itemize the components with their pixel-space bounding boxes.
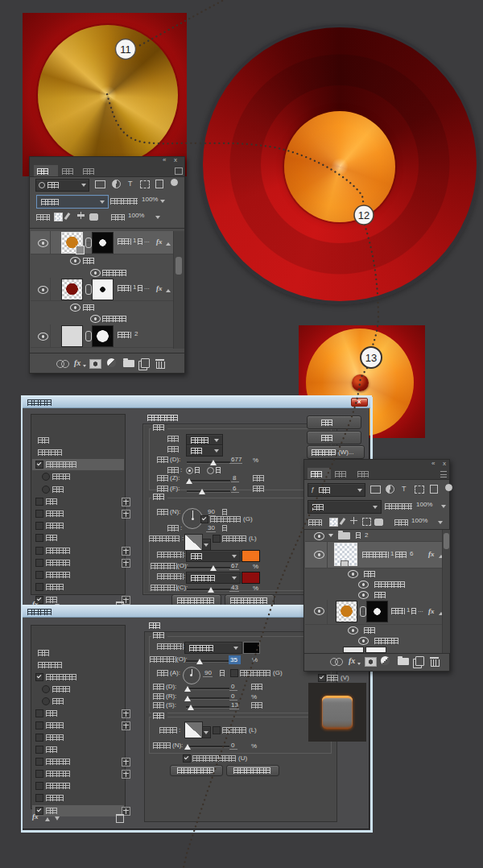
svg-text:11: 11 [120,43,131,56]
svg-text:13: 13 [365,352,377,364]
svg-text:12: 12 [358,209,369,221]
